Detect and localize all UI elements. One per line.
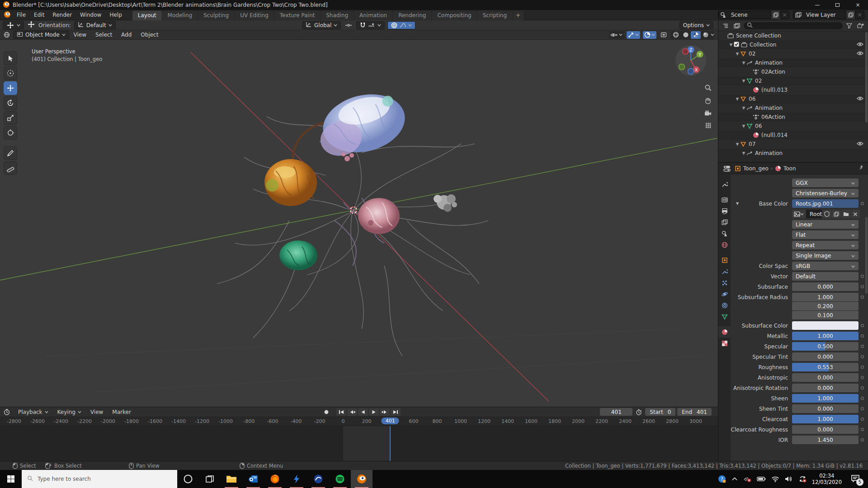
tab-modeling[interactable]: Modeling	[162, 11, 198, 20]
menu-render[interactable]: Render	[48, 10, 76, 20]
timeline-editor-type-selector[interactable]	[2, 408, 11, 416]
node-socket-icon[interactable]	[859, 407, 866, 410]
auto-keying-stopwatch-icon[interactable]	[634, 408, 643, 416]
transform-space-dropdown[interactable]: Global	[302, 21, 341, 29]
frame-end-field[interactable]: End401	[677, 408, 712, 416]
tray-network-off-icon[interactable]	[743, 475, 751, 483]
outliner-filter-dropdown[interactable]	[845, 22, 854, 30]
disclosure-triangle-icon[interactable]: ▼	[741, 79, 746, 83]
menu-file[interactable]: File	[13, 10, 30, 20]
tab-shading[interactable]: Shading	[321, 11, 354, 20]
play-reverse-button[interactable]	[358, 408, 368, 416]
properties-tab-scene[interactable]	[718, 228, 731, 239]
duplicate-image-button[interactable]	[832, 210, 841, 218]
disclosure-triangle-icon[interactable]: ▼	[735, 52, 740, 56]
timeline-menu-view[interactable]: View	[86, 408, 107, 417]
object-visibility-dropdown[interactable]	[609, 31, 624, 39]
property-slider[interactable]: 0.553	[792, 363, 859, 371]
gizmos-toggle[interactable]	[627, 31, 640, 39]
property-dropdown[interactable]: Flat	[792, 230, 859, 239]
jump-start-button[interactable]	[336, 408, 346, 416]
properties-scrollbar[interactable]	[865, 217, 868, 294]
menu-edit[interactable]: Edit	[30, 10, 48, 20]
record-button[interactable]	[322, 408, 331, 416]
minimize-button[interactable]	[807, 0, 827, 10]
scene-object-pink-brain[interactable]	[358, 198, 400, 234]
property-slider[interactable]: 0.000	[792, 404, 859, 413]
menu-window[interactable]: Window	[76, 10, 105, 20]
timeline-menu-marker[interactable]: Marker	[108, 408, 135, 417]
property-slider[interactable]: 1.000	[792, 394, 859, 403]
current-frame-field[interactable]: 401	[600, 408, 632, 416]
property-slider[interactable]: 1.450	[792, 436, 859, 444]
shading-material-preview-button[interactable]	[691, 31, 701, 39]
scene-selector[interactable]: Scene ×	[718, 11, 789, 19]
proportional-editing-toggle[interactable]	[387, 21, 415, 29]
taskbar-app-blender[interactable]	[351, 470, 373, 488]
properties-tab-tool[interactable]	[718, 178, 731, 190]
viewport-grid-button[interactable]	[705, 122, 712, 130]
navigation-gizmo[interactable]: Z Y X	[674, 43, 708, 78]
property-pop-field[interactable]: Default	[792, 272, 859, 281]
property-slider[interactable]: 0.000	[792, 282, 859, 291]
properties-tab-physics[interactable]	[718, 288, 731, 300]
eye-icon[interactable]	[857, 51, 863, 57]
playhead[interactable]	[390, 426, 391, 461]
outliner-row[interactable]: Scene Collection	[718, 31, 868, 40]
view-layer-selector[interactable]: View Layer ×	[793, 11, 864, 19]
blender-logo-icon[interactable]	[4, 11, 11, 19]
properties-tab-world[interactable]	[718, 239, 731, 250]
tray-volume-icon[interactable]	[785, 475, 793, 483]
xray-toggle[interactable]	[659, 31, 668, 39]
properties-tab-view-layer[interactable]	[718, 216, 731, 228]
current-frame-indicator[interactable]: 401	[382, 418, 399, 424]
outliner-row[interactable]: (null).013	[718, 85, 868, 94]
timeline-menu-playback[interactable]: Playback	[14, 408, 52, 417]
scene-object-orange-brain[interactable]	[264, 159, 317, 206]
play-button[interactable]	[369, 408, 379, 416]
open-image-button[interactable]	[841, 210, 850, 218]
tab-compositing[interactable]: Compositing	[432, 11, 476, 20]
disclosure-triangle-icon[interactable]: ▼	[741, 124, 746, 128]
node-socket-icon[interactable]	[859, 324, 866, 327]
outliner-row[interactable]: ▼06	[718, 94, 868, 103]
outliner-row[interactable]: 02Action	[718, 67, 868, 76]
taskbar-clock[interactable]: 02:34 12/03/2020	[812, 473, 842, 485]
outliner-row[interactable]: ▼02	[718, 76, 868, 85]
property-dropdown[interactable]: Linear	[792, 220, 859, 229]
property-slider[interactable]: 1.000	[792, 415, 859, 423]
viewport-menu-add[interactable]: Add	[117, 30, 136, 39]
tool-select-circle[interactable]	[4, 66, 17, 80]
properties-tab-material[interactable]	[718, 326, 731, 338]
viewport-menu-view[interactable]: View	[69, 30, 91, 39]
taskbar-app-blue-circle-app[interactable]	[307, 470, 329, 488]
node-socket-icon[interactable]	[859, 418, 866, 421]
outliner-row[interactable]: ▼Animation	[718, 58, 868, 67]
tool-rotate[interactable]	[4, 96, 17, 110]
node-socket-icon[interactable]	[859, 334, 866, 338]
outliner-row[interactable]: ▼06	[718, 122, 868, 131]
shading-rendered-button[interactable]	[701, 31, 711, 39]
tool-scale[interactable]	[4, 111, 17, 125]
properties-tab-data[interactable]	[718, 311, 731, 322]
taskbar-app-cortana[interactable]	[177, 470, 199, 488]
node-socket-icon[interactable]	[859, 366, 866, 369]
next-keyframe-button[interactable]	[380, 408, 390, 416]
breadcrumb-item[interactable]: Toon	[783, 165, 796, 172]
taskbar-app-spotify[interactable]	[329, 470, 351, 488]
viewport-camera-button[interactable]	[704, 110, 712, 117]
outliner-search-input[interactable]	[744, 22, 843, 29]
node-socket-icon[interactable]	[859, 428, 866, 431]
overlays-toggle[interactable]	[643, 31, 656, 39]
pin-icon[interactable]	[859, 164, 864, 172]
property-slider[interactable]: 0.000	[792, 352, 859, 361]
node-socket-icon[interactable]	[859, 345, 866, 348]
taskbar-app-outlook[interactable]	[242, 470, 264, 488]
taskbar-app-firefox[interactable]	[264, 470, 286, 488]
snap-toggle[interactable]	[356, 21, 385, 29]
tab-sculpting[interactable]: Sculpting	[198, 11, 234, 20]
outliner-row[interactable]: 06Action	[718, 113, 868, 122]
node-socket-icon[interactable]	[859, 296, 866, 299]
vector-component-field[interactable]: 0.200	[792, 302, 859, 310]
properties-tab-texture[interactable]	[718, 338, 731, 349]
